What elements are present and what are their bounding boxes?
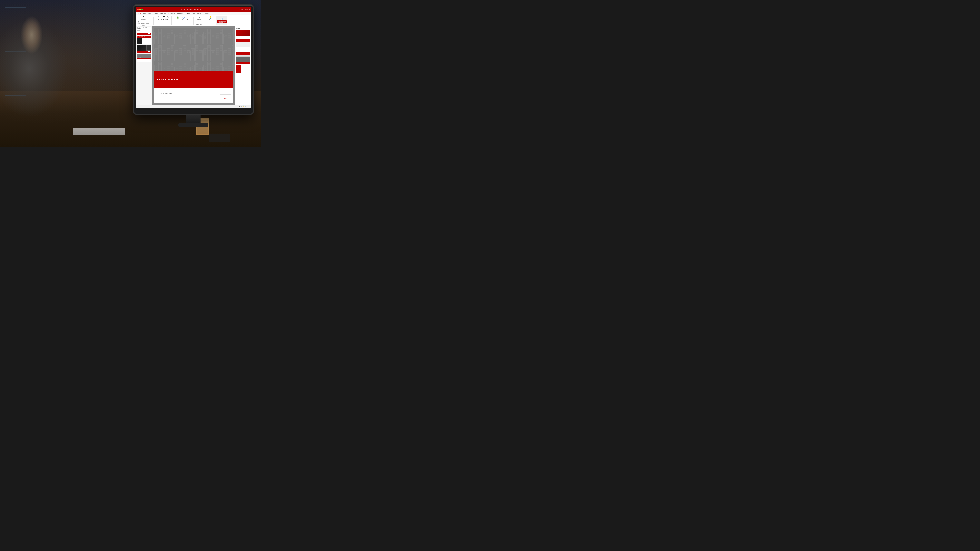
insert-row: 🖼 Picture ⬡ Shapes T Te xyxy=(176,16,190,21)
slide-pattern-area xyxy=(154,28,233,73)
picture-button[interactable]: 🖼 Picture xyxy=(176,16,180,21)
monitor: Modelo de Apresentação-Oficial Share Com… xyxy=(133,5,253,114)
slide-info: Slide 4 of 4 xyxy=(137,105,143,107)
title-bar: Modelo de Apresentação-Oficial Share Com… xyxy=(136,7,251,12)
slides-panel: Bienvenido a este modelo oficial de la p… xyxy=(136,26,152,105)
slide-logo: Coca-Cola FEMSA xyxy=(220,94,231,101)
slide-thumb-1[interactable]: Bienvenido a este modelo oficial de la p… xyxy=(137,27,151,35)
char-spacing-button[interactable]: AV xyxy=(166,18,168,20)
tab-transitions[interactable]: Transitions xyxy=(159,12,167,15)
font-family-select[interactable]: Calibri xyxy=(156,16,166,18)
font-size-select[interactable]: 24 xyxy=(166,16,170,18)
slide-canvas[interactable]: Insertar título aquí Insertar subtítulo … xyxy=(152,26,235,105)
text-button[interactable]: T Text xyxy=(186,16,189,21)
design-idea-3[interactable] xyxy=(236,48,250,56)
window-controls xyxy=(137,9,143,10)
slide-thumb-3[interactable]: CCF xyxy=(137,45,151,53)
top-right-controls: Share Comments xyxy=(239,9,250,10)
monitor-frame: Modelo de Apresentação-Oficial Share Com… xyxy=(133,5,253,114)
divider-3 xyxy=(193,16,194,25)
tab-view[interactable]: View xyxy=(191,12,196,15)
keyboard xyxy=(73,128,125,135)
slide-content-area: Insertar título aquí Insertar subtítulo … xyxy=(154,28,233,102)
monitor-screen: Modelo de Apresentação-Oficial Share Com… xyxy=(136,7,251,107)
quick-styles-button[interactable]: Quick Styles xyxy=(196,21,202,23)
view-reading-button[interactable]: 📖 xyxy=(245,105,247,107)
strikethrough-button[interactable]: S̶ xyxy=(162,18,164,20)
tab-insert[interactable]: Insert xyxy=(142,12,147,15)
main-area: Bienvenido a este modelo oficial de la p… xyxy=(136,26,251,105)
shape-outline-button[interactable]: Shape Outline xyxy=(196,24,203,25)
ribbon-group-arrange: ⊿ Arrange Quick Styles Shape Outline xyxy=(196,16,204,25)
close-button[interactable] xyxy=(137,9,138,10)
shapes-button[interactable]: ⬡ Shapes xyxy=(181,16,186,21)
monitor-base xyxy=(178,124,208,127)
share-button[interactable]: Share xyxy=(239,9,243,10)
slide-logo-text: Coca-Cola FEMSA xyxy=(224,97,228,99)
tab-acrobat[interactable]: Acrobat xyxy=(196,12,202,15)
slides-group-label: Slides xyxy=(142,25,145,26)
section-button[interactable]: ≡ Section xyxy=(145,21,150,25)
tab-draw[interactable]: Draw xyxy=(147,12,153,15)
arrange-button[interactable]: ⊿ Arrange xyxy=(197,16,202,21)
slide-title[interactable]: Insertar título aquí xyxy=(157,78,233,81)
tab-home[interactable]: Home xyxy=(137,12,142,15)
minimize-button[interactable] xyxy=(139,9,141,10)
design-idea-4[interactable] xyxy=(236,56,250,65)
powerpoint-app: Modelo de Apresentação-Oficial Share Com… xyxy=(136,7,251,107)
font-group-label: Font xyxy=(162,24,164,25)
font-row-1: Calibri 24 xyxy=(156,16,170,18)
ribbon: Home Insert Draw Design Transitions Anim… xyxy=(136,12,251,26)
slides-row: 🗋 New Slide xyxy=(140,15,146,21)
tab-review[interactable]: Review xyxy=(185,12,191,15)
scene-background: Modelo de Apresentação-Oficial Share Com… xyxy=(0,0,261,147)
view-notes-button[interactable]: 📝 xyxy=(243,105,244,107)
ribbon-group-design-ideas: 💡 DesignIdeas xyxy=(208,16,214,25)
design-ideas-title: Ideas xyxy=(236,27,250,29)
text-shadow-button[interactable]: A xyxy=(164,18,166,20)
slide-options-row: ⊞ Layout ↺ Reset ≡ Secti xyxy=(137,21,150,25)
reset-button[interactable]: ↺ Reset xyxy=(141,21,145,25)
new-slide-button[interactable]: 🗋 New Slide xyxy=(140,15,146,21)
design-idea-1[interactable] xyxy=(236,30,250,38)
design-ideas-panel: Ideas xyxy=(235,26,251,105)
font-row-2: B I U S̶ A AV xyxy=(158,18,168,20)
ribbon-group-font: Calibri 24 B I U xyxy=(156,16,172,25)
layout-button[interactable]: ⊞ Layout xyxy=(137,21,141,25)
slide-subtitle-box[interactable]: Insertar subtítulo aquí xyxy=(157,89,213,98)
tab-animations[interactable]: Animations xyxy=(167,12,176,15)
view-controls: ▣ ⊟ 📝 📖 Fit xyxy=(239,105,250,107)
ribbon-content: 🗋 New Slide ⊞ Layout xyxy=(136,15,251,26)
ribbon-group-adobe: 📄 Create and ShareAdobe PDF xyxy=(216,16,228,25)
tab-design[interactable]: Design xyxy=(153,12,159,15)
view-slide-sorter-button[interactable]: ⊟ xyxy=(241,105,242,107)
maximize-button[interactable] xyxy=(142,9,143,10)
create-share-pdf-button[interactable]: Create and ShareAdobe PDF xyxy=(217,20,227,24)
slide-thumb-2[interactable]: Cómo substituir las fotografías Paso 1 I… xyxy=(137,36,151,44)
view-normal-button[interactable]: ▣ xyxy=(239,105,240,107)
design-idea-2[interactable] xyxy=(236,39,250,47)
monitor-stand xyxy=(186,114,200,124)
slide-subtitle[interactable]: Insertar subtítulo aquí xyxy=(159,93,174,94)
design-ideas-button[interactable]: 💡 DesignIdeas xyxy=(208,16,213,22)
ribbon-group-slides: 🗋 New Slide ⊞ Layout xyxy=(137,16,151,25)
window-title: Modelo de Apresentação-Oficial xyxy=(143,9,239,10)
slide-red-title-bar: Insertar título aquí xyxy=(154,71,233,88)
status-bar: Slide 4 of 4 ▣ ⊟ 📝 📖 Fit xyxy=(136,105,251,108)
tab-slideshow[interactable]: Slide Show xyxy=(176,12,185,15)
headphones xyxy=(209,133,230,142)
tab-tell-me[interactable]: ✦ Tell me xyxy=(202,12,210,15)
zoom-level[interactable]: Fit xyxy=(248,105,250,107)
italic-button[interactable]: I xyxy=(159,18,161,20)
person-figure xyxy=(0,0,144,125)
underline-button[interactable]: U xyxy=(161,18,162,20)
bold-button[interactable]: B xyxy=(158,18,159,20)
ribbon-tab-bar: Home Insert Draw Design Transitions Anim… xyxy=(136,12,251,15)
svg-rect-18 xyxy=(154,28,233,73)
slide-thumb-4[interactable]: Insertar título aquí Coca-ColaFEMSA xyxy=(137,54,151,62)
ribbon-group-insert: 🖼 Picture ⬡ Shapes T Te xyxy=(176,16,191,25)
design-idea-5[interactable] xyxy=(236,65,250,73)
comments-button[interactable]: Comments xyxy=(244,9,250,10)
